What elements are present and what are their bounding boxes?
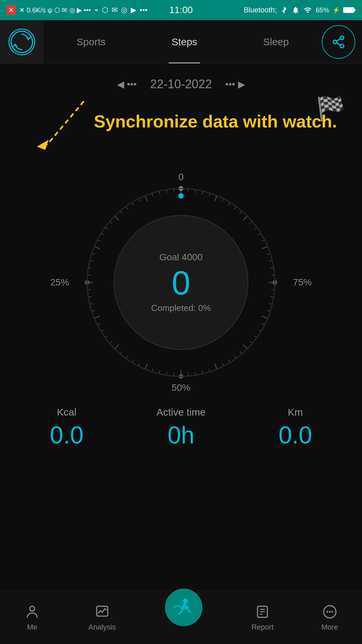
svg-line-37	[262, 316, 268, 318]
report-label: Report	[251, 623, 274, 632]
status-left-icons: ✕ ✕ 0.6K/s ψ ⬡ ✉ ◎ ▶ ••• ⌁ ⬡ ✉ ◎ ▶ •••	[7, 5, 147, 15]
status-dots-icon: •••	[140, 6, 147, 14]
battery-icon	[343, 7, 355, 13]
sync-button[interactable]	[0, 20, 44, 64]
more-label: More	[321, 623, 338, 632]
svg-line-66	[98, 324, 101, 325]
bottom-navigation: Me Analysis	[0, 590, 362, 644]
prev-arrow-icon: ◀	[117, 79, 124, 90]
next-arrow-icon: ▶	[238, 79, 245, 90]
svg-line-82	[115, 216, 119, 220]
gauge-center: Goal 4000 0 Completed: 0%	[151, 252, 211, 313]
status-x-icon: ✕	[7, 5, 16, 15]
sync-icon	[8, 29, 35, 55]
me-icon	[24, 603, 41, 620]
center-icon	[164, 587, 204, 628]
svg-line-77	[94, 247, 100, 249]
svg-line-39	[258, 330, 261, 331]
svg-line-22	[243, 216, 247, 220]
status-usb-icon: ⌁	[94, 6, 99, 14]
tab-sleep[interactable]: Sleep	[256, 20, 296, 63]
svg-rect-100	[97, 606, 108, 616]
svg-line-57	[145, 364, 147, 369]
main-content: ◀ ••• 22-10-2022 ••• ▶ Synchronize data …	[0, 64, 362, 449]
tab-steps[interactable]: Steps	[165, 20, 204, 63]
svg-point-99	[30, 606, 35, 611]
battery-percent: 65%	[316, 6, 329, 14]
status-speed: ✕ 0.6K/s ψ ⬡ ✉ ◎ ▶ •••	[19, 6, 91, 14]
gauge-container: 0 25% 50% 75%	[0, 178, 362, 386]
bell-icon	[292, 6, 300, 14]
gauge-label-25: 25%	[50, 277, 69, 288]
metrics-row: Kcal 0.0 Active time 0h Km 0.0	[0, 407, 362, 449]
svg-point-6	[340, 44, 344, 48]
status-band-icon: ⬡	[102, 6, 108, 14]
svg-line-46	[222, 363, 224, 366]
svg-line-47	[215, 364, 217, 369]
svg-marker-10	[37, 140, 49, 150]
status-mail-icon: ✉	[112, 6, 118, 14]
svg-line-29	[269, 261, 273, 261]
svg-line-87	[145, 196, 147, 201]
nav-analysis[interactable]: Analysis	[88, 603, 116, 632]
svg-line-64	[105, 336, 108, 338]
svg-point-4	[340, 36, 344, 40]
svg-point-108	[329, 611, 331, 613]
svg-line-58	[138, 363, 140, 366]
svg-line-55	[159, 371, 160, 374]
analysis-icon	[94, 603, 111, 620]
sync-message: Synchronize data with watch.	[94, 111, 337, 131]
prev-date-button[interactable]: ◀ •••	[117, 79, 137, 90]
svg-line-67	[94, 316, 100, 318]
kcal-label: Kcal	[50, 407, 83, 418]
report-icon	[254, 603, 271, 620]
svg-line-62	[115, 344, 119, 349]
more-icon	[321, 603, 338, 620]
svg-line-8	[337, 39, 341, 41]
svg-point-5	[333, 40, 337, 44]
svg-line-25	[258, 233, 261, 235]
gauge-wrapper: 0 25% 50% 75%	[77, 178, 285, 386]
svg-point-101	[183, 598, 188, 603]
battery-charge-icon: ⚡	[333, 6, 340, 14]
svg-line-85	[132, 202, 134, 205]
wifi-icon	[303, 6, 312, 14]
tab-sports[interactable]: Sports	[70, 20, 112, 63]
next-date-button[interactable]: ••• ▶	[225, 79, 245, 90]
svg-line-50	[195, 372, 196, 375]
gauge-goal-label: Goal 4000	[151, 252, 211, 263]
status-bar: ✕ ✕ 0.6K/s ψ ⬡ ✉ ◎ ▶ ••• ⌁ ⬡ ✉ ◎ ▶ ••• 1…	[0, 0, 362, 20]
next-dots: •••	[225, 79, 235, 90]
status-circle-icon: ◎	[121, 6, 127, 14]
kcal-value: 0.0	[50, 421, 83, 449]
metric-active-time: Active time 0h	[157, 407, 206, 449]
bluetooth-icon	[280, 6, 288, 14]
metric-km: Km 0.0	[279, 407, 312, 449]
svg-line-80	[105, 227, 108, 229]
status-time: 11:00	[169, 5, 193, 15]
current-date: 22-10-2022	[150, 77, 212, 91]
header: Sports Steps Sleep	[0, 20, 362, 64]
nav-center[interactable]	[164, 587, 204, 628]
nav-report[interactable]: Report	[251, 603, 274, 632]
share-button[interactable]	[322, 25, 355, 59]
metric-kcal: Kcal 0.0	[50, 407, 83, 449]
svg-line-35	[269, 304, 273, 304]
svg-point-96	[178, 193, 184, 199]
active-time-value: 0h	[157, 421, 206, 449]
bluetooth-icon: Bluetooth;	[244, 6, 277, 14]
gauge-completed-label: Completed: 0%	[151, 303, 211, 313]
km-label: Km	[279, 407, 312, 418]
svg-rect-2	[344, 8, 354, 12]
nav-me[interactable]: Me	[24, 603, 41, 632]
me-label: Me	[27, 623, 38, 632]
svg-point-107	[326, 611, 328, 613]
prev-dots: •••	[127, 79, 137, 90]
status-play-icon: ▶	[131, 6, 136, 14]
checkered-flag-icon: 🏁	[316, 95, 345, 122]
svg-line-49	[202, 371, 203, 374]
svg-line-17	[215, 196, 217, 201]
km-value: 0.0	[279, 421, 312, 449]
svg-line-42	[243, 344, 247, 349]
nav-more[interactable]: More	[321, 603, 338, 632]
